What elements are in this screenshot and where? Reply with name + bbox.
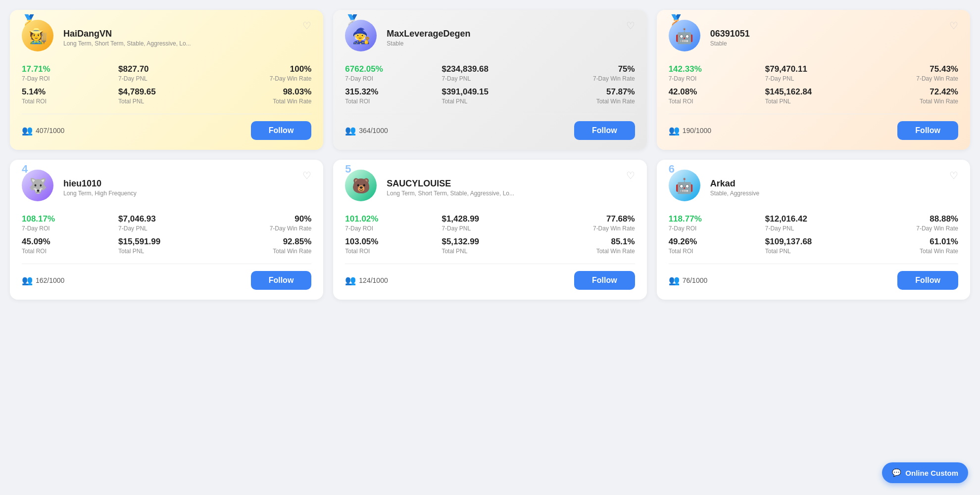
wr7d-stat-6: 88.88% 7-Day Win Rate: [862, 214, 958, 232]
pnl-total-stat-2: $391,049.15 Total PNL: [441, 87, 538, 105]
follow-button-2[interactable]: Follow: [574, 121, 635, 140]
rank-badge-wrap-4: 4 🐺: [22, 170, 57, 205]
roi7d-stat-5: 101.02% 7-Day ROI: [345, 214, 441, 232]
trader-name-5: SAUCYLOUISE: [387, 179, 635, 189]
divider-6: [669, 264, 958, 264]
wr-total-value-2: 57.87%: [539, 87, 635, 97]
card-footer-2: 👥 364/1000 Follow: [345, 121, 635, 140]
favorite-button-4[interactable]: ♡: [302, 170, 311, 181]
trader-name-1: HaiDangVN: [63, 29, 311, 39]
wr7d-value-2: 75%: [539, 64, 635, 74]
pnl7d-stat-2: $234,839.68 7-Day PNL: [441, 64, 538, 82]
roi7d-value-2: 6762.05%: [345, 64, 441, 74]
wr-total-label-4: Total Win Rate: [215, 248, 311, 255]
pnl-total-value-5: $5,132.99: [441, 237, 538, 247]
followers-1: 👥 407/1000: [22, 125, 64, 136]
wr-total-stat-6: 61.01% Total Win Rate: [862, 237, 958, 255]
divider-3: [669, 114, 958, 114]
pnl7d-stat-5: $1,428.99 7-Day PNL: [441, 214, 538, 232]
wr-total-label-1: Total Win Rate: [215, 98, 311, 105]
avatar-1: 🧑‍🌾: [22, 20, 53, 51]
wr7d-label-1: 7-Day Win Rate: [215, 75, 311, 82]
follow-button-4[interactable]: Follow: [251, 271, 312, 290]
roi7d-value-5: 101.02%: [345, 214, 441, 224]
wr7d-value-1: 100%: [215, 64, 311, 74]
avatar-2: 🧙: [345, 20, 377, 51]
wr7d-stat-4: 90% 7-Day Win Rate: [215, 214, 311, 232]
trader-card-1: 🥇 🧑‍🌾 HaiDangVN Long Term, Short Term, S…: [10, 10, 323, 150]
followers-2: 👥 364/1000: [345, 125, 388, 136]
roi-total-label-6: Total ROI: [669, 248, 765, 255]
trader-info-6: Arkad Stable, Aggressive: [710, 179, 958, 197]
favorite-button-1[interactable]: ♡: [302, 20, 311, 32]
avatar-5: 🐻: [345, 170, 377, 201]
trader-info-3: 06391051 Stable: [710, 29, 958, 47]
followers-count-5: 124/1000: [359, 276, 388, 284]
rank-badge-wrap-6: 6 🤖: [669, 170, 704, 205]
wr7d-stat-5: 77.68% 7-Day Win Rate: [539, 214, 635, 232]
chat-icon: 💬: [892, 468, 901, 477]
pnl-total-stat-3: $145,162.84 Total PNL: [765, 87, 862, 105]
pnl7d-label-3: 7-Day PNL: [765, 75, 862, 82]
stats-top-5: 101.02% 7-Day ROI $1,428.99 7-Day PNL 77…: [345, 214, 635, 255]
trader-info-4: hieu1010 Long Term, High Frequency: [63, 179, 311, 197]
favorite-button-2[interactable]: ♡: [626, 20, 635, 32]
roi-total-stat-2: 315.32% Total ROI: [345, 87, 441, 105]
wr7d-value-5: 77.68%: [539, 214, 635, 224]
roi-total-value-3: 42.08%: [669, 87, 765, 97]
roi7d-label-4: 7-Day ROI: [22, 225, 118, 232]
divider-1: [22, 114, 311, 114]
card-header-2: 🥈 🧙 MaxLeverageDegen Stable ♡: [345, 20, 635, 55]
wr7d-label-2: 7-Day Win Rate: [539, 75, 635, 82]
trader-info-2: MaxLeverageDegen Stable: [387, 29, 635, 47]
pnl-total-value-3: $145,162.84: [765, 87, 862, 97]
avatar-3: 🤖: [669, 20, 700, 51]
card-header-6: 6 🤖 Arkad Stable, Aggressive ♡: [669, 170, 958, 205]
pnl-total-label-2: Total PNL: [441, 98, 538, 105]
pnl7d-stat-6: $12,016.42 7-Day PNL: [765, 214, 862, 232]
follow-button-3[interactable]: Follow: [897, 121, 958, 140]
wr-total-value-3: 72.42%: [862, 87, 958, 97]
card-footer-1: 👥 407/1000 Follow: [22, 121, 311, 140]
wr-total-stat-3: 72.42% Total Win Rate: [862, 87, 958, 105]
wr7d-stat-3: 75.43% 7-Day Win Rate: [862, 64, 958, 82]
roi-total-stat-5: 103.05% Total ROI: [345, 237, 441, 255]
roi7d-label-5: 7-Day ROI: [345, 225, 441, 232]
pnl7d-label-5: 7-Day PNL: [441, 225, 538, 232]
trader-card-4: 4 🐺 hieu1010 Long Term, High Frequency ♡…: [10, 160, 323, 300]
follow-button-5[interactable]: Follow: [574, 271, 635, 290]
favorite-button-5[interactable]: ♡: [626, 170, 635, 181]
followers-5: 👥 124/1000: [345, 275, 388, 286]
roi7d-stat-2: 6762.05% 7-Day ROI: [345, 64, 441, 82]
pnl-total-value-2: $391,049.15: [441, 87, 538, 97]
roi7d-stat-6: 118.77% 7-Day ROI: [669, 214, 765, 232]
card-header-1: 🥇 🧑‍🌾 HaiDangVN Long Term, Short Term, S…: [22, 20, 311, 55]
favorite-button-6[interactable]: ♡: [949, 170, 958, 181]
pnl-total-value-1: $4,789.65: [118, 87, 215, 97]
roi-total-value-4: 45.09%: [22, 237, 118, 247]
trader-name-4: hieu1010: [63, 179, 311, 189]
wr7d-value-6: 88.88%: [862, 214, 958, 224]
trader-tags-2: Stable: [387, 40, 515, 47]
followers-6: 👥 76/1000: [669, 275, 708, 286]
followers-3: 👥 190/1000: [669, 125, 711, 136]
followers-icon-6: 👥: [669, 275, 680, 286]
trader-info-1: HaiDangVN Long Term, Short Term, Stable,…: [63, 29, 311, 47]
card-footer-5: 👥 124/1000 Follow: [345, 271, 635, 290]
pnl7d-value-5: $1,428.99: [441, 214, 538, 224]
pnl-total-label-3: Total PNL: [765, 98, 862, 105]
trader-card-6: 6 🤖 Arkad Stable, Aggressive ♡ 118.77% 7…: [657, 160, 970, 300]
favorite-button-3[interactable]: ♡: [949, 20, 958, 32]
wr-total-stat-2: 57.87% Total Win Rate: [539, 87, 635, 105]
roi-total-label-4: Total ROI: [22, 248, 118, 255]
card-header-4: 4 🐺 hieu1010 Long Term, High Frequency ♡: [22, 170, 311, 205]
pnl7d-value-4: $7,046.93: [118, 214, 215, 224]
online-custom-button[interactable]: 💬 Online Custom: [882, 462, 968, 483]
wr-total-value-5: 85.1%: [539, 237, 635, 247]
wr7d-stat-1: 100% 7-Day Win Rate: [215, 64, 311, 82]
follow-button-6[interactable]: Follow: [897, 271, 958, 290]
follow-button-1[interactable]: Follow: [251, 121, 312, 140]
followers-count-6: 76/1000: [683, 276, 708, 284]
followers-icon-2: 👥: [345, 125, 356, 136]
wr-total-value-1: 98.03%: [215, 87, 311, 97]
